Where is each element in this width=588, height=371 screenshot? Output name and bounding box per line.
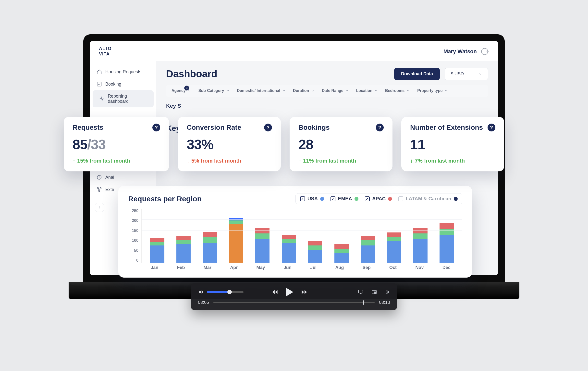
kpi-head: Requests ? xyxy=(73,124,160,131)
svg-point-10 xyxy=(98,190,100,192)
rewind-button[interactable] xyxy=(271,289,279,295)
x-tick: Sep xyxy=(363,265,371,270)
download-data-button[interactable]: Download Data xyxy=(394,68,440,80)
kpi-delta: ↑ 11% from last month xyxy=(298,158,384,164)
progress-thumb[interactable] xyxy=(363,300,364,305)
sidebar-item-anal[interactable]: Anal xyxy=(90,171,156,183)
kpi-value: 28 xyxy=(298,136,384,152)
checkbox-checked-icon: ✓ xyxy=(300,196,305,201)
bar-sep xyxy=(361,236,375,263)
fast-forward-button[interactable] xyxy=(300,289,308,295)
volume-slider[interactable] xyxy=(207,291,244,293)
bar-may xyxy=(255,228,270,263)
sidebar-item-reporting-dashboard[interactable]: Reporting dashboard xyxy=(93,90,154,107)
bar-segment xyxy=(229,224,243,263)
filter-location[interactable]: Location xyxy=(355,88,379,94)
airplay-icon[interactable] xyxy=(357,289,364,295)
sidebar-item-label: Reporting dashboard xyxy=(108,94,147,104)
user-area: Mary Watson xyxy=(443,48,488,55)
legend-item-apac[interactable]: ✓ APAC xyxy=(365,196,392,202)
bar-segment xyxy=(361,245,375,263)
sidebar-item-booking[interactable]: Booking xyxy=(90,78,156,90)
kpi-value: 33% xyxy=(187,136,272,152)
svg-rect-0 xyxy=(97,82,101,86)
bar-segment xyxy=(413,233,428,239)
current-time: 03:05 xyxy=(198,300,209,305)
sidebar-collapse-button[interactable] xyxy=(95,203,104,212)
legend-label: APAC xyxy=(372,196,386,202)
sidebar-item-housing-requests[interactable]: Housing Requests xyxy=(90,66,156,78)
x-tick: Jan xyxy=(151,265,158,270)
currency-select[interactable]: $ USD xyxy=(445,68,488,80)
kpi-head: Bookings ? xyxy=(298,124,384,131)
volume-control[interactable] xyxy=(198,289,244,295)
bar-segment xyxy=(203,232,217,237)
filter-sub-category[interactable]: Sub-Category xyxy=(197,88,231,94)
volume-fill xyxy=(207,291,230,293)
x-tick: Apr xyxy=(230,265,238,270)
legend-dot-icon xyxy=(355,197,358,201)
pip-icon[interactable] xyxy=(370,289,378,295)
checkbox-unchecked-icon xyxy=(398,196,403,201)
logout-icon[interactable] xyxy=(481,48,488,55)
chart-title: Requests per Region xyxy=(128,195,202,203)
kpi-row: Requests ? 85/33 ↑ 15% from last month C… xyxy=(64,117,504,171)
main-header: Dashboard Download Data $ USD xyxy=(166,68,488,80)
filter-duration[interactable]: Duration xyxy=(292,88,316,94)
svg-rect-13 xyxy=(374,292,376,293)
bar-segment xyxy=(440,235,454,263)
progress-slider[interactable] xyxy=(213,302,375,303)
bar-segment xyxy=(150,238,164,242)
bar-segment xyxy=(282,243,296,263)
chart-header: Requests per Region ✓ USA ✓ EMEA ✓ APAC … xyxy=(128,193,462,204)
help-icon[interactable]: ? xyxy=(264,124,272,131)
chevron-down-icon xyxy=(374,89,378,92)
filter-bedrooms[interactable]: Bedrooms xyxy=(384,88,411,94)
arrow-down-icon: ↓ xyxy=(187,158,189,164)
kpi-delta: ↑ 7% from last month xyxy=(410,158,495,164)
volume-thumb[interactable] xyxy=(227,290,232,294)
filter-agency[interactable]: Agency3 xyxy=(170,88,193,94)
y-tick: 50 xyxy=(128,248,138,253)
bar-segment xyxy=(150,242,164,245)
activity-icon xyxy=(99,96,104,102)
video-right-controls xyxy=(357,289,390,295)
video-controls-row xyxy=(198,288,390,296)
bar-segment xyxy=(176,244,191,263)
bar-segment xyxy=(150,245,164,263)
more-icon[interactable] xyxy=(384,289,390,295)
kpi-value: 11 xyxy=(410,136,495,152)
bar-segment xyxy=(334,249,349,253)
help-icon[interactable]: ? xyxy=(488,124,495,131)
gridline xyxy=(142,209,462,209)
bar-segment xyxy=(361,240,375,245)
filter-domestic-international[interactable]: Domestic/ International xyxy=(235,88,287,94)
bar-jun xyxy=(282,235,296,263)
kpi-delta-text: 15% from last month xyxy=(77,158,130,164)
sidebar-item-label: Exte xyxy=(105,187,114,192)
bar-mar xyxy=(203,232,217,263)
bar-segment xyxy=(229,220,243,224)
filter-date-range[interactable]: Date Range xyxy=(320,88,350,94)
legend-item-latam[interactable]: LATAM & Carribean xyxy=(398,196,458,202)
chart-legend: ✓ USA ✓ EMEA ✓ APAC LATAM & Carribean xyxy=(295,193,462,204)
play-button[interactable] xyxy=(286,288,293,296)
legend-item-emea[interactable]: ✓ EMEA xyxy=(331,196,358,202)
kpi-card-requests: Requests ? 85/33 ↑ 15% from last month xyxy=(64,117,169,171)
help-icon[interactable]: ? xyxy=(152,124,160,131)
bar-segment xyxy=(308,241,322,245)
kpi-card-conversion-rate: Conversion Rate ? 33% ↓ 5% from last mon… xyxy=(178,117,281,171)
y-axis: 250200150100500 xyxy=(128,209,138,263)
bar-segment xyxy=(413,239,428,263)
filter-label: Property type xyxy=(417,89,442,93)
arrow-up-icon: ↑ xyxy=(410,158,413,164)
filter-label: Location xyxy=(356,89,372,93)
filter-property-type[interactable]: Property type xyxy=(416,88,449,94)
help-icon[interactable]: ? xyxy=(376,124,384,131)
kpi-card-bookings: Bookings ? 28 ↑ 11% from last month xyxy=(290,117,392,171)
volume-icon xyxy=(198,289,204,295)
legend-item-usa[interactable]: ✓ USA xyxy=(300,196,324,202)
bar-segment xyxy=(255,233,270,239)
bar-aug xyxy=(334,244,349,263)
y-tick: 150 xyxy=(128,229,138,233)
